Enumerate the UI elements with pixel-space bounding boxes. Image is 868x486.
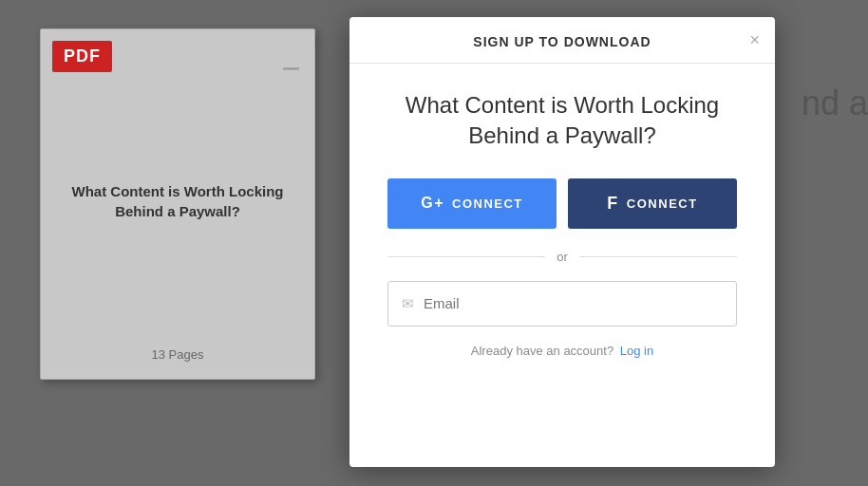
background-text: nd a [802,84,868,123]
modal-close-button[interactable]: × [749,31,760,48]
google-connect-button[interactable]: CONNECT [387,178,557,229]
pdf-icon: ⎯ [283,41,299,71]
modal-header: SIGN UP TO DOWNLOAD × [349,17,775,64]
divider-line-right [579,256,737,257]
pdf-badge: PDF [52,41,112,72]
connect-buttons-row: CONNECT CONNECT [387,178,737,229]
facebook-icon [607,194,619,214]
pdf-pages: 13 Pages [41,347,314,362]
divider-line-left [387,256,545,257]
modal-subtitle: What Content is Worth Locking Behind a P… [387,90,737,152]
or-divider: or [387,250,737,264]
modal-title: SIGN UP TO DOWNLOAD [473,34,651,49]
already-account-text: Already have an account? [471,344,613,358]
facebook-connect-button[interactable]: CONNECT [568,178,737,229]
google-plus-icon [421,194,444,213]
pdf-card: PDF ⎯ What Content is Worth Locking Behi… [40,28,315,380]
login-link[interactable]: Log in [620,344,653,358]
google-connect-label: CONNECT [452,196,523,211]
email-input-wrap: ✉ [387,281,737,327]
email-input[interactable] [424,295,723,311]
signup-modal: SIGN UP TO DOWNLOAD × What Content is Wo… [349,17,775,467]
background-overlay: PDF ⎯ What Content is Worth Locking Behi… [0,0,868,486]
facebook-connect-label: CONNECT [627,196,698,211]
login-row: Already have an account? Log in [471,344,653,358]
email-icon: ✉ [402,295,414,312]
modal-body: What Content is Worth Locking Behind a P… [349,64,775,381]
pdf-card-title: What Content is Worth Locking Behind a P… [60,181,295,221]
or-text: or [557,250,568,264]
